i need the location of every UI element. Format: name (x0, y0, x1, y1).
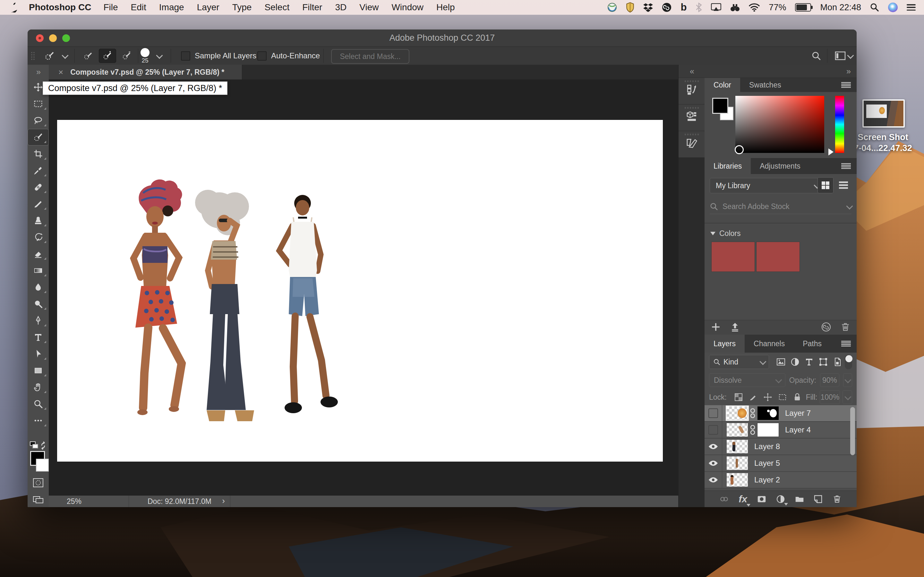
blur-tool[interactable] (27, 279, 49, 295)
workspace-switcher-icon[interactable] (833, 47, 848, 65)
color-field-cursor[interactable] (735, 145, 744, 154)
new-layer-icon[interactable] (810, 495, 826, 504)
bluetooth-icon[interactable] (696, 3, 702, 12)
layer-name[interactable]: Layer 2 (754, 475, 780, 484)
tab-color[interactable]: Color (704, 78, 740, 92)
layers-panel-menu-icon[interactable] (841, 341, 851, 347)
layer-styles-fx-icon[interactable]: fx (735, 494, 751, 504)
status-chevron-icon[interactable]: › (222, 496, 225, 506)
crop-tool[interactable] (27, 145, 49, 162)
search-scope-chevron[interactable] (846, 203, 853, 210)
pasteboard[interactable] (49, 79, 678, 496)
dropbox-icon[interactable] (643, 3, 653, 12)
menu-window[interactable]: Window (385, 2, 430, 13)
colors-section-header[interactable]: Colors (710, 229, 740, 238)
add-to-selection-button[interactable] (99, 49, 116, 63)
tab-close-icon[interactable]: × (58, 67, 63, 77)
rectangle-tool[interactable] (27, 362, 49, 379)
spotlight-icon[interactable] (870, 3, 879, 12)
zoom-tool[interactable] (27, 396, 49, 412)
menu-clock[interactable]: Mon 22:48 (820, 3, 861, 13)
quick-mask-button[interactable] (27, 474, 49, 491)
add-library-item-button[interactable] (711, 322, 720, 333)
eraser-tool[interactable] (27, 245, 49, 262)
filter-smart-objects-icon[interactable] (830, 358, 845, 366)
layer-mask-thumbnail[interactable] (758, 406, 779, 420)
menu-edit[interactable]: Edit (124, 2, 153, 13)
subtract-from-selection-button[interactable] (118, 47, 136, 65)
tool-preset-button[interactable] (37, 47, 61, 65)
gradient-tool[interactable] (27, 262, 49, 279)
lock-all-icon[interactable] (791, 393, 803, 402)
delete-layer-trash-icon[interactable] (829, 495, 845, 504)
doc-size-indicator[interactable]: Doc: 92.0M/117.0M › (129, 496, 230, 507)
menu-image[interactable]: Image (153, 2, 191, 13)
layer-row-layer7[interactable]: Layer 7 (704, 405, 857, 422)
panels-collapse-bar[interactable]: » (704, 65, 857, 78)
libraries-panel-menu-icon[interactable] (841, 163, 851, 169)
layer-name[interactable]: Layer 5 (754, 459, 780, 468)
lock-position-icon[interactable] (762, 393, 774, 402)
anyconnect-globe-icon[interactable] (607, 3, 617, 12)
tab-paths[interactable]: Paths (794, 335, 830, 353)
layer-row-layer4[interactable]: Layer 4 (704, 422, 857, 438)
library-color-swatch-2[interactable] (756, 242, 800, 271)
menu-type[interactable]: Type (226, 2, 258, 13)
new-adjustment-layer-icon[interactable] (772, 495, 788, 504)
layers-scrollbar[interactable] (850, 407, 855, 455)
tab-layers[interactable]: Layers (704, 335, 745, 353)
lock-transparent-pixels-icon[interactable] (732, 393, 745, 402)
filter-adjustment-layers-icon[interactable] (788, 358, 802, 366)
foreground-background-colors[interactable] (30, 451, 49, 472)
layer-row-layer8[interactable]: Layer 8 (704, 438, 857, 455)
3d-panel-button[interactable] (678, 105, 705, 131)
window-titlebar[interactable]: Adobe Photoshop CC 2017 (27, 29, 857, 47)
eyedropper-tool[interactable] (27, 162, 49, 179)
document-tab[interactable]: × Composite v7.psd @ 25% (Layer 7, RGB/8… (49, 65, 242, 79)
dock-collapse-icon[interactable]: « (678, 65, 705, 78)
layer-name[interactable]: Layer 7 (785, 409, 811, 418)
saturation-brightness-field[interactable] (735, 96, 824, 153)
blend-mode-select[interactable]: Dissolve (709, 374, 785, 387)
tab-swatches[interactable]: Swatches (740, 78, 790, 92)
fill-field[interactable]: 100% (820, 390, 840, 404)
quick-selection-tool[interactable] (27, 129, 49, 145)
screen-mode-button[interactable] (27, 491, 49, 507)
opacity-field[interactable]: 90% (820, 374, 839, 387)
search-icon[interactable] (809, 47, 823, 65)
pen-tool[interactable] (27, 312, 49, 329)
list-view-button[interactable] (835, 177, 851, 193)
dodge-tool[interactable] (27, 295, 49, 312)
lasso-tool[interactable] (27, 112, 49, 129)
layer-thumbnail[interactable] (727, 456, 748, 470)
creative-cloud-sync-icon[interactable] (821, 322, 831, 333)
lock-artboard-icon[interactable] (776, 393, 788, 402)
clone-stamp-tool[interactable] (27, 212, 49, 229)
opacity-chevron-button[interactable] (843, 374, 852, 387)
edit-toolbar-icon[interactable] (27, 412, 49, 429)
grid-view-button[interactable] (817, 177, 834, 193)
layer-thumbnail[interactable] (727, 406, 748, 420)
library-color-swatch-1[interactable] (712, 242, 754, 271)
foreground-color-chip[interactable] (712, 98, 728, 114)
hue-slider-pointer[interactable] (829, 148, 834, 155)
bear-app-icon[interactable]: b (680, 2, 687, 13)
layer-thumbnail[interactable] (727, 473, 748, 487)
menu-help[interactable]: Help (430, 2, 461, 13)
fill-chevron-button[interactable] (843, 390, 852, 404)
layer-thumbnail[interactable] (727, 423, 748, 437)
hue-slider[interactable] (835, 96, 844, 153)
options-grip-handle[interactable] (29, 47, 34, 65)
visibility-toggle[interactable] (704, 405, 722, 421)
tab-channels[interactable]: Channels (745, 335, 794, 353)
sync-upload-icon[interactable] (730, 322, 740, 333)
lock-image-pixels-icon[interactable] (747, 393, 759, 402)
minimize-button[interactable] (49, 34, 57, 42)
workspace-chevron[interactable] (848, 47, 857, 65)
history-panel-button[interactable] (678, 78, 705, 105)
filter-shape-layers-icon[interactable] (816, 358, 830, 366)
path-selection-tool[interactable] (27, 346, 49, 362)
menu-view[interactable]: View (353, 2, 385, 13)
filter-kind-select[interactable]: Kind (709, 355, 769, 369)
rectangular-marquee-tool[interactable] (27, 95, 49, 112)
